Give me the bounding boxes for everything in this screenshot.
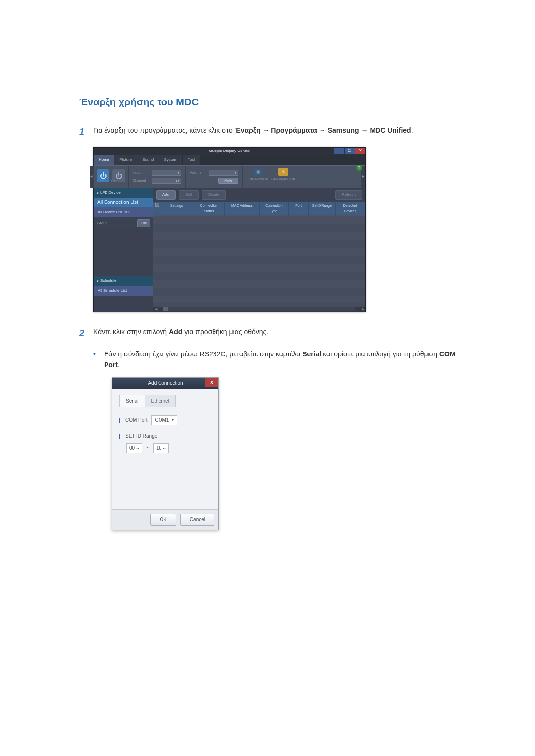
step1-period: .	[411, 126, 413, 134]
refresh-button[interactable]: Refresh	[335, 190, 362, 200]
step1-samsung: Samsung	[328, 126, 359, 134]
arrow-icon: →	[319, 126, 328, 134]
ok-button[interactable]: OK	[150, 514, 176, 526]
tab-system[interactable]: System	[159, 155, 183, 165]
step-2: 2 Κάντε κλικ στην επιλογή Add για προσθή…	[79, 326, 456, 341]
sidebar-group-edit[interactable]: Edit	[137, 219, 150, 227]
sidebar: LFD Device All Connection List All Devic…	[94, 188, 153, 312]
com-port-row: COM Port COM1	[119, 415, 212, 425]
step2-add: Add	[169, 328, 182, 336]
step1-start: Έναρξη	[235, 126, 261, 134]
delete-button[interactable]: Delete	[202, 190, 226, 200]
fault-device-label: Fault Device (0)	[248, 177, 268, 182]
step1-mdc: MDC Unified	[370, 126, 411, 134]
setid-to-stepper[interactable]: 10	[153, 443, 169, 453]
tilde: ~	[146, 444, 149, 452]
fault-device-icon[interactable]: ▣	[253, 168, 263, 176]
arrow-icon: →	[262, 126, 271, 134]
mute-button[interactable]: Mute	[218, 178, 238, 184]
tab-serial[interactable]: Serial	[119, 395, 145, 407]
maximize-icon[interactable]: ▢	[345, 148, 355, 154]
add-button[interactable]: Add	[156, 190, 176, 200]
device-table: Settings Connection Status MAC Address C…	[153, 202, 365, 307]
tab-picture[interactable]: Picture	[114, 155, 137, 165]
dialog-footer: OK Cancel	[112, 509, 218, 530]
th-checkbox[interactable]	[153, 202, 161, 215]
channel-stepper[interactable]: ▴▾	[152, 178, 181, 184]
window-controls: – ▢ ✕	[334, 148, 365, 154]
th-detected[interactable]: Detected Devices	[336, 202, 365, 215]
step1-prefix: Για έναρξη του προγράμματος, κάντε κλικ …	[93, 126, 235, 134]
th-connection-status[interactable]: Connection Status	[193, 202, 225, 215]
th-setid[interactable]: SetID Range	[309, 202, 335, 215]
fault-alert-label: Fault Device Alert	[271, 177, 295, 182]
step-2-number: 2	[79, 326, 93, 341]
window-titlebar: Multiple Display Control – ▢ ✕	[94, 148, 365, 155]
power-on-label: On	[100, 178, 104, 184]
dialog-title: Add Connection	[148, 379, 183, 387]
dialog-titlebar: Add Connection x	[112, 378, 218, 389]
close-icon[interactable]: ✕	[355, 148, 365, 154]
power-off-label: Off	[111, 178, 115, 184]
sidebar-group-label: Group	[97, 220, 107, 227]
scroll-thumb[interactable]	[163, 307, 168, 311]
step-1-text: Για έναρξη του προγράμματος, κάντε κλικ …	[93, 125, 456, 139]
sidebar-all-connection[interactable]: All Connection List	[94, 198, 153, 207]
horizontal-scrollbar[interactable]: ◀ ▶	[153, 307, 365, 312]
window-title: Multiple Display Control	[209, 148, 250, 154]
bullet-text: Εάν η σύνδεση έχει γίνει μέσω RS232C, με…	[104, 349, 456, 371]
mdc-window-screenshot: Multiple Display Control – ▢ ✕ ? Home Pi…	[93, 147, 366, 312]
bullet-serial: Serial	[302, 350, 321, 358]
sidebar-lfd-header[interactable]: LFD Device	[94, 188, 153, 198]
field-marker-icon	[119, 418, 120, 423]
com-port-label: COM Port	[125, 416, 147, 424]
th-settings[interactable]: Settings	[161, 202, 193, 215]
field-marker-icon	[119, 434, 120, 439]
input-label: Input	[133, 170, 150, 175]
cancel-button[interactable]: Cancel	[180, 514, 214, 526]
setid-range-label: SET ID Range	[125, 432, 157, 440]
edit-button[interactable]: Edit	[179, 190, 199, 200]
tab-tool[interactable]: Tool	[183, 155, 201, 165]
minimize-icon[interactable]: –	[334, 148, 344, 154]
setid-label-row: SET ID Range	[119, 432, 212, 440]
sidebar-group-row: Group Edit	[94, 217, 153, 229]
table-empty-rows	[153, 216, 365, 307]
fault-alert-icon[interactable]: ⚠	[278, 168, 288, 176]
volume-select[interactable]: ▾	[209, 170, 238, 176]
bullet-icon: •	[93, 349, 104, 371]
step2-bullet: • Εάν η σύνδεση έχει γίνει μέσω RS232C, …	[93, 349, 456, 371]
setid-from-stepper[interactable]: 00	[126, 443, 142, 453]
input-select[interactable]: ▾	[152, 170, 181, 176]
toolbar: ⏻ ⏻ On Off Input ▾ Channel ▴▾ Volume	[94, 165, 365, 188]
main-tabs: Home Picture Sound System Tool	[94, 155, 365, 165]
step2-suffix: για προσθήκη μιας οθόνης.	[184, 328, 268, 336]
sidebar-all-device[interactable]: All Device List (01)	[94, 207, 153, 218]
arrow-icon: →	[361, 126, 370, 134]
section-title: Έναρξη χρήσης του MDC	[79, 94, 456, 110]
setid-range-row: 00 ~ 10	[126, 443, 212, 453]
sidebar-schedule-header[interactable]: Schedule	[94, 276, 153, 286]
th-port[interactable]: Port	[289, 202, 309, 215]
step2-prefix: Κάντε κλικ στην επιλογή	[93, 328, 169, 336]
help-icon[interactable]: ?	[356, 165, 362, 171]
step-2-text: Κάντε κλικ στην επιλογή Add για προσθήκη…	[93, 326, 456, 341]
scroll-left-icon[interactable]: ◀	[153, 307, 158, 312]
tab-ethernet[interactable]: Ethernet	[145, 395, 176, 407]
step-1-number: 1	[79, 125, 93, 139]
bullet-prefix: Εάν η σύνδεση έχει γίνει μέσω RS232C, με…	[104, 350, 302, 358]
scroll-right-icon[interactable]: ▶	[360, 307, 365, 312]
step-1: 1 Για έναρξη του προγράμματος, κάντε κλι…	[79, 125, 456, 139]
bullet-mid: και ορίστε μια επιλογή για τη ρύθμιση	[323, 350, 439, 358]
th-connection-type[interactable]: Connection Type	[260, 202, 289, 215]
step1-programs: Προγράμματα	[271, 126, 317, 134]
tab-home[interactable]: Home	[94, 155, 114, 165]
com-port-select[interactable]: COM1	[151, 415, 177, 425]
volume-label: Volume	[190, 170, 207, 175]
add-connection-dialog: Add Connection x Serial Ethernet COM Por…	[112, 377, 219, 530]
sidebar-all-schedule[interactable]: All Schedule List	[94, 286, 153, 296]
main-panel: Add Edit Delete Refresh Settings Connect…	[153, 188, 365, 312]
tab-sound[interactable]: Sound	[137, 155, 159, 165]
dialog-close-icon[interactable]: x	[205, 378, 218, 387]
th-mac[interactable]: MAC Address	[225, 202, 260, 215]
